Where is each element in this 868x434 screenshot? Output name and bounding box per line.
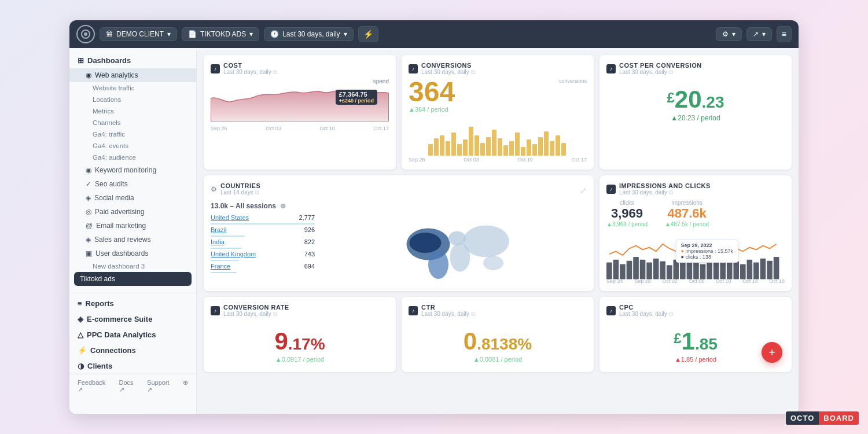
- expand-icon[interactable]: ⤢: [580, 186, 587, 195]
- support-link[interactable]: Support ↗: [147, 379, 176, 393]
- svg-rect-56: [760, 259, 766, 279]
- copy-icon-cpc[interactable]: ⧉: [669, 69, 673, 75]
- svg-rect-6: [451, 133, 456, 156]
- chart-icon: ◉: [86, 71, 91, 79]
- copy-icon-countries[interactable]: ⧉: [255, 189, 259, 196]
- client-selector[interactable]: 🏛 DEMO CLIENT ▾: [100, 27, 177, 41]
- country-row: France 694: [211, 261, 315, 271]
- add-icon[interactable]: ⊕: [183, 379, 188, 393]
- chevron-down-icon5: ▾: [762, 30, 766, 38]
- svg-point-30: [463, 226, 509, 258]
- feedback-link[interactable]: Feedback ↗: [78, 379, 112, 393]
- tiktok-icon-cpc2: ♪: [606, 306, 616, 315]
- svg-rect-4: [440, 135, 444, 156]
- conv-title: CONVERSIONS: [421, 62, 475, 69]
- sidebar-item-ecommerce[interactable]: ◈ E-commerce Suite: [69, 311, 196, 327]
- sidebar-item-paid-advertising[interactable]: ◎ Paid advertising: [69, 205, 196, 219]
- clock-icon: 🕐: [270, 30, 279, 38]
- sidebar-item-web-analytics[interactable]: ◉ Web analytics: [69, 68, 196, 82]
- svg-rect-3: [434, 138, 439, 156]
- doc-icon: 📄: [188, 30, 197, 38]
- add-circle-icon[interactable]: ⊕: [280, 202, 286, 210]
- tiktok-icon-ctr: ♪: [409, 306, 418, 315]
- filter-button[interactable]: ⚙ ▾: [716, 27, 742, 41]
- cpc2-title: CPC: [619, 304, 673, 311]
- sidebar-sub-website-traffic[interactable]: Website traffic: [69, 82, 196, 94]
- sidebar-item-social-media[interactable]: ◈ Social media: [69, 191, 196, 205]
- cpc2-value: £1.85: [606, 320, 785, 356]
- sidebar-item-connections[interactable]: ⚡ Connections: [69, 343, 196, 358]
- sidebar-item-ppc[interactable]: △ PPC Data Analytics: [69, 327, 196, 343]
- chevron-down-icon4: ▾: [732, 30, 735, 38]
- country-in[interactable]: India: [211, 238, 225, 245]
- cost-card: ♪ COST Last 30 days, daily ⧉ spend: [204, 55, 396, 170]
- copy-icon-cr[interactable]: ⧉: [273, 311, 277, 317]
- copy-icon-imp[interactable]: ⧉: [669, 189, 673, 196]
- octoboard-badge: OCTO BOARD: [786, 411, 859, 425]
- report-icon: ≡: [78, 299, 82, 308]
- sidebar-sub-new-dashboard[interactable]: New dashboard 3: [69, 260, 196, 272]
- country-row: India 822: [211, 237, 315, 247]
- spend-label: spend: [373, 78, 389, 84]
- svg-rect-10: [475, 135, 479, 156]
- main-content: ♪ COST Last 30 days, daily ⧉ spend: [197, 48, 799, 414]
- imp-title: IMPRESSIONS AND CLICKS: [619, 182, 711, 189]
- date-range-selector[interactable]: 🕐 Last 30 days, daily ▾: [264, 27, 353, 41]
- copy-icon-ctr[interactable]: ⧉: [471, 311, 475, 317]
- svg-rect-17: [515, 133, 520, 156]
- sidebar-item-user-dashboards[interactable]: ▣ User dashboards: [69, 247, 196, 260]
- copy-icon-conv[interactable]: ⧉: [471, 69, 475, 75]
- top-bar: 🏛 DEMO CLIENT ▾ 📄 TIKTOKD ADS ▾ 🕐 Last 3…: [69, 20, 799, 48]
- social-icon: ◈: [86, 194, 91, 202]
- sidebar-item-clients[interactable]: ◑ Clients: [69, 358, 196, 374]
- sidebar-sub-ga4-events[interactable]: Ga4: events: [69, 140, 196, 152]
- client-label: DEMO CLIENT: [116, 30, 164, 38]
- cpc-main-value: £20.23 ▲20.23 / period: [606, 78, 785, 127]
- sidebar-sub-channels[interactable]: Channels: [69, 117, 196, 128]
- svg-rect-33: [606, 263, 612, 279]
- share-button[interactable]: ↗ ▾: [746, 27, 772, 41]
- refresh-button[interactable]: ⚡: [358, 26, 378, 42]
- svg-rect-50: [720, 263, 726, 279]
- country-row: Brazil 926: [211, 225, 315, 235]
- sidebar-item-email-marketing[interactable]: @ Email marketing: [69, 219, 196, 233]
- menu-button[interactable]: ≡: [777, 26, 792, 42]
- svg-rect-2: [428, 144, 433, 156]
- sidebar-item-tiktokd-ads[interactable]: Tiktokd ads: [74, 272, 192, 286]
- clients-icon: ◑: [78, 362, 84, 370]
- add-button[interactable]: +: [762, 342, 782, 363]
- svg-rect-23: [550, 141, 554, 156]
- svg-rect-22: [544, 131, 549, 156]
- clicks-metric: clicks 3,969 ▲3,969 / period: [606, 200, 648, 227]
- impressions-metric: impressions 487.6k ▲487.5k / period: [665, 200, 709, 227]
- country-br[interactable]: Brazil: [211, 226, 227, 233]
- copy-icon-cpc2[interactable]: ⧉: [669, 311, 673, 317]
- tiktok-icon-cpc: ♪: [606, 64, 616, 73]
- gear-icon: ⚙: [211, 185, 217, 193]
- country-uk[interactable]: United Kingdom: [211, 251, 256, 258]
- copy-icon-cost[interactable]: ⧉: [273, 69, 277, 75]
- cpc-currency: £: [667, 91, 674, 105]
- sidebar-item-keyword-monitoring[interactable]: ◉ Keyword monitoring: [69, 163, 196, 177]
- dashboard-selector[interactable]: 📄 TIKTOKD ADS ▾: [182, 27, 259, 41]
- country-us[interactable]: United States: [211, 214, 249, 221]
- svg-rect-12: [486, 137, 491, 156]
- svg-rect-25: [561, 143, 566, 156]
- docs-link[interactable]: Docs ↗: [119, 379, 141, 393]
- sidebar-sub-locations[interactable]: Locations: [69, 94, 196, 105]
- sidebar-sub-metrics[interactable]: Metrics: [69, 105, 196, 117]
- sidebar-item-seo-audits[interactable]: ✓ Seo audits: [69, 177, 196, 191]
- sidebar-item-dashboards[interactable]: ⊞ Dashboards: [69, 53, 196, 68]
- sidebar-sub-ga4-traffic[interactable]: Ga4: traffic: [69, 128, 196, 140]
- country-fr[interactable]: France: [211, 263, 230, 270]
- svg-rect-14: [498, 138, 502, 156]
- cost-subtitle: Last 30 days, daily ⧉: [223, 69, 277, 76]
- conversions-card: ♪ CONVERSIONS Last 30 days, daily ⧉ conv…: [402, 55, 594, 170]
- cpc-subtitle: Last 30 days, daily ⧉: [619, 69, 702, 76]
- sidebar-item-sales-reviews[interactable]: ◈ Sales and reviews: [69, 233, 196, 247]
- ctr-period: ▲0.0081 / period: [409, 356, 587, 365]
- countries-subtitle: Last 14 days ⧉: [220, 189, 260, 196]
- sidebar-item-reports[interactable]: ≡ Reports: [69, 296, 196, 311]
- ecommerce-icon: ◈: [78, 315, 83, 323]
- sidebar-sub-ga4-audience[interactable]: Ga4: audience: [69, 152, 196, 163]
